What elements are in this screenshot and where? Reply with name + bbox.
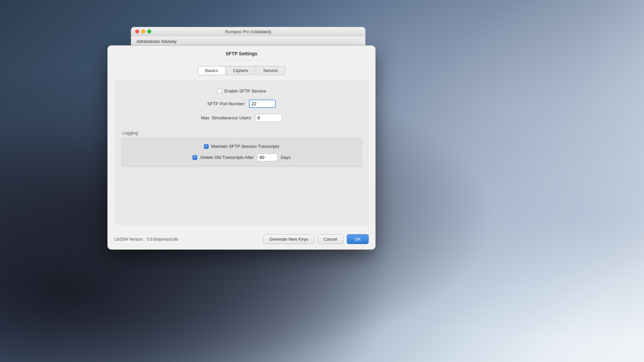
- enable-sftp-row: Enable SFTP Service: [121, 88, 362, 94]
- port-number-input[interactable]: [249, 100, 276, 108]
- parent-window-title: Rumpus Pro (Validated): [225, 29, 271, 34]
- cancel-button[interactable]: Cancel: [317, 234, 343, 244]
- parent-titlebar: Rumpus Pro (Validated): [131, 27, 365, 36]
- max-users-row: Max. Simultaneous Users:: [121, 114, 362, 122]
- close-button[interactable]: [135, 29, 139, 34]
- enable-sftp-checkbox[interactable]: [217, 89, 222, 94]
- days-label: Days: [281, 155, 291, 160]
- content-area: Enable SFTP Service SFTP Port Number: Ma…: [114, 80, 369, 225]
- logging-title: Logging: [122, 130, 362, 135]
- delete-old-checkbox[interactable]: [193, 155, 197, 160]
- generate-keys-button[interactable]: Generate New Keys: [263, 234, 314, 244]
- dialog-body: Basics Ciphers Service Enable SFTP Servi…: [108, 61, 375, 230]
- traffic-lights: [135, 29, 151, 34]
- libssh-version: LibSSH Version: 0.9.6/openssl/zlib: [114, 237, 178, 242]
- maintain-transcripts-label: Maintain SFTP Session Transcripts: [211, 144, 279, 149]
- parent-window: Rumpus Pro (Validated) Administrator Adv…: [131, 27, 366, 47]
- maximize-button[interactable]: [147, 29, 151, 34]
- port-number-label: SFTP Port Number:: [207, 101, 246, 106]
- dialog-title: SFTP Settings: [108, 46, 375, 61]
- tab-basics[interactable]: Basics: [198, 66, 226, 75]
- delete-old-label: Delete Old Transcripts After: [201, 155, 254, 160]
- max-users-label: Max. Simultaneous Users:: [201, 115, 252, 120]
- logging-box: Maintain SFTP Session Transcripts Delete…: [121, 138, 362, 167]
- administrator-advisory-label: Administrator Advisory: [137, 39, 176, 44]
- port-number-row: SFTP Port Number:: [121, 100, 362, 108]
- tab-ciphers[interactable]: Ciphers: [226, 66, 256, 75]
- tab-service[interactable]: Service: [256, 66, 285, 75]
- maintain-transcripts-checkbox[interactable]: [204, 144, 209, 149]
- logging-section: Logging Maintain SFTP Session Transcript…: [121, 130, 362, 167]
- footer-buttons: Generate New Keys Cancel OK: [263, 234, 369, 244]
- maintain-transcripts-row: Maintain SFTP Session Transcripts: [128, 144, 355, 149]
- tab-bar: Basics Ciphers Service: [114, 66, 369, 75]
- ok-button[interactable]: OK: [347, 234, 369, 244]
- sftp-settings-dialog: SFTP Settings Basics Ciphers Service Ena…: [107, 45, 376, 250]
- max-users-input[interactable]: [255, 114, 282, 122]
- minimize-button[interactable]: [141, 29, 145, 34]
- enable-sftp-label: Enable SFTP Service: [224, 88, 266, 94]
- dialog-footer: LibSSH Version: 0.9.6/openssl/zlib Gener…: [108, 230, 375, 249]
- delete-transcripts-row: Delete Old Transcripts After Days: [128, 154, 355, 161]
- days-input[interactable]: [257, 154, 277, 161]
